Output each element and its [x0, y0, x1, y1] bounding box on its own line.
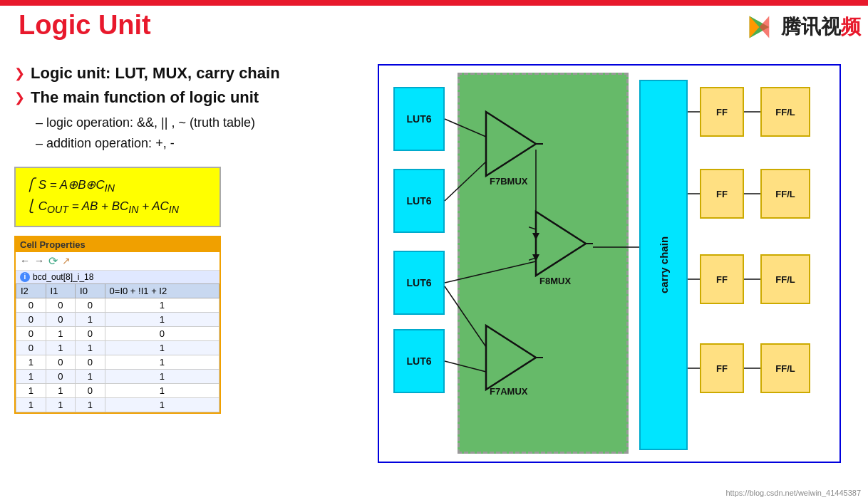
bullet-text-1: Logic unit: LUT, MUX, carry chain: [31, 64, 280, 83]
sub-bullet-1: – logic operation: &&, || , ~ (truth tab…: [36, 113, 356, 133]
col-expr: 0=I0 + !I1 + I2: [105, 283, 219, 298]
ff-box-2: FF: [700, 169, 744, 219]
bullet-text-2: The main function of logic unit: [31, 88, 259, 107]
truth-table: I2 I1 I0 0=I0 + !I1 + I2 000100110100011…: [16, 283, 219, 412]
ffl-box-4: FF/L: [760, 343, 810, 393]
f7bmux-shape: [479, 108, 543, 187]
ffl-box-2: FF/L: [760, 169, 810, 219]
table-row: 0100: [16, 326, 219, 340]
left-panel: ❯ Logic unit: LUT, MUX, carry chain ❯ Th…: [0, 57, 371, 500]
cell-props-title: Cell Properties: [20, 239, 86, 250]
col-i1: I1: [46, 283, 76, 298]
formula-box: ⎧ S = A⊕B⊕CIN ⎩ COUT = AB + BCIN + ACIN: [14, 167, 221, 227]
formula-line-2: ⎩ COUT = AB + BCIN + ACIN: [26, 197, 210, 218]
nav-back-button[interactable]: ←: [20, 255, 30, 266]
carry-chain: carry chain: [639, 80, 688, 450]
col-i0: I0: [76, 283, 105, 298]
bullet-arrow-1: ❯: [14, 66, 25, 81]
cell-props-header: Cell Properties: [16, 237, 219, 252]
ff-box-4: FF: [700, 343, 744, 393]
cell-props-nav[interactable]: ← → ⟳ ↗: [16, 252, 219, 271]
cell-properties-panel: Cell Properties ← → ⟳ ↗ i bcd_out[8]_i_1…: [14, 236, 221, 414]
sub-bullet-2: – addition operation: +, -: [36, 133, 356, 154]
f7amux-shape: [479, 322, 543, 400]
svg-marker-4: [486, 112, 536, 176]
nav-select-button[interactable]: ↗: [62, 255, 71, 266]
table-row: 0001: [16, 298, 219, 312]
bullet-arrow-2: ❯: [14, 90, 25, 105]
info-icon: i: [20, 272, 30, 282]
svg-marker-6: [536, 212, 586, 276]
table-row: 0011: [16, 312, 219, 326]
ff-box-3: FF: [700, 254, 744, 304]
formula-line-1: ⎧ S = A⊕B⊕CIN: [26, 175, 210, 197]
f8mux-shape: [529, 208, 593, 286]
lut-box-2: LUT6: [393, 169, 445, 233]
diagram-panel: LUT6 LUT6 LUT6 LUT6 F7BMUX: [371, 57, 868, 500]
lut-box-3: LUT6: [393, 251, 445, 315]
svg-line-9: [529, 258, 536, 265]
svg-line-8: [529, 222, 536, 229]
table-row: 1001: [16, 355, 219, 369]
page-title: Logic Unit: [19, 10, 151, 41]
nav-refresh-button[interactable]: ⟳: [48, 254, 58, 268]
bullet-2: ❯ The main function of logic unit: [14, 88, 356, 107]
ff-box-1: FF: [700, 87, 744, 137]
ffl-box-1: FF/L: [760, 87, 810, 137]
lut-box-1: LUT6: [393, 87, 445, 151]
cell-name: bcd_out[8]_i_18: [33, 272, 93, 282]
watermark: https://blog.csdn.net/weiwin_41445387: [725, 489, 861, 497]
bullet-1: ❯ Logic unit: LUT, MUX, carry chain: [14, 64, 356, 83]
logo-area: 腾讯视 频: [738, 9, 861, 46]
ffl-box-3: FF/L: [760, 254, 810, 304]
logo-play-icon: [738, 9, 775, 46]
table-row: 1111: [16, 397, 219, 412]
cell-name-row: i bcd_out[8]_i_18: [16, 271, 219, 283]
svg-marker-10: [486, 325, 536, 390]
col-i2: I2: [16, 283, 46, 298]
table-row: 0111: [16, 340, 219, 355]
lut-box-4: LUT6: [393, 329, 445, 393]
diagram-outer: LUT6 LUT6 LUT6 LUT6 F7BMUX: [378, 64, 841, 463]
top-bar: [0, 0, 868, 6]
table-row: 1101: [16, 383, 219, 397]
content-area: ❯ Logic unit: LUT, MUX, carry chain ❯ Th…: [0, 57, 868, 500]
table-row: 1011: [16, 369, 219, 383]
sub-bullets: – logic operation: &&, || , ~ (truth tab…: [36, 113, 356, 154]
table-header-row: I2 I1 I0 0=I0 + !I1 + I2: [16, 283, 219, 298]
logo-text: 腾讯视 频: [781, 14, 861, 41]
nav-forward-button[interactable]: →: [34, 255, 44, 266]
